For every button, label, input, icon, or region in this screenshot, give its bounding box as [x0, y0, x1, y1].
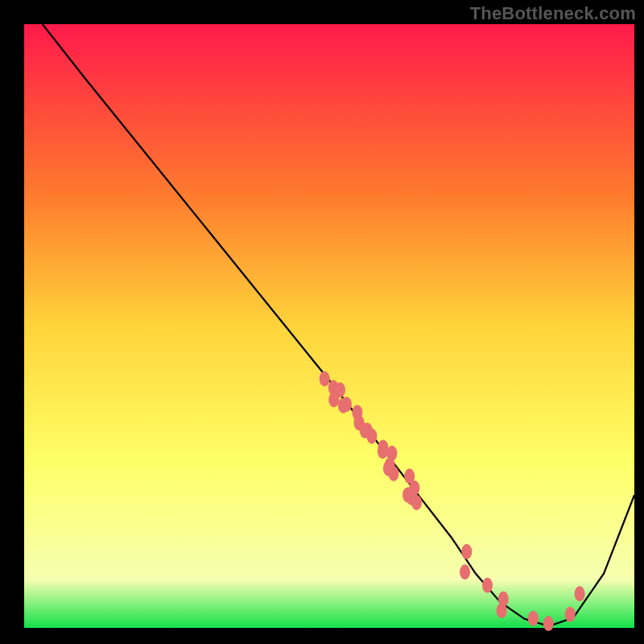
data-point: [543, 616, 554, 631]
data-point: [460, 564, 470, 580]
data-point: [565, 607, 576, 622]
data-point: [378, 444, 388, 459]
data-point: [482, 578, 493, 593]
data-point: [411, 495, 422, 510]
data-point: [341, 397, 352, 412]
data-point: [366, 428, 377, 444]
plot-background-gradient: [24, 24, 634, 628]
data-point: [320, 371, 330, 386]
data-point: [575, 586, 585, 601]
chart-frame: TheBottleneck.com: [0, 0, 644, 644]
data-point: [528, 611, 539, 626]
data-point: [328, 392, 339, 407]
watermark-text: TheBottleneck.com: [470, 3, 636, 24]
bottleneck-curve-plot: [0, 0, 644, 644]
data-point: [497, 603, 507, 618]
data-point: [461, 544, 472, 559]
data-point: [388, 466, 398, 481]
